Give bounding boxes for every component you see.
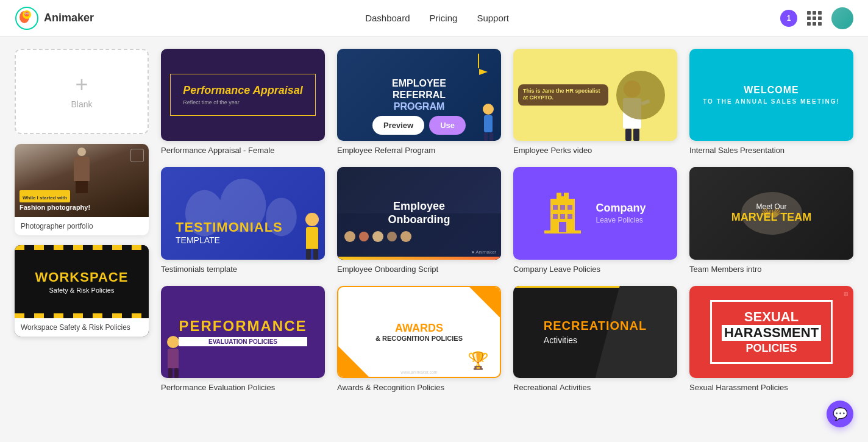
referral-text: EMPLOYEEREFERRALPROGRAM — [392, 77, 446, 113]
awards-text: AWARDS & RECOGNITION POLICIES — [375, 322, 463, 342]
blank-template-card[interactable]: + Blank — [15, 49, 149, 134]
grid-dot — [807, 11, 811, 15]
pe-text: PERFORMANCE EVALUATION POLICIES — [179, 318, 307, 346]
template-name: Company Leave Policies — [513, 265, 677, 274]
photographer-label: Photographer portfolio — [15, 217, 149, 235]
testimonials-text: TESTIMONIALS TEMPLATE — [168, 212, 290, 252]
template-thumb-company-leave: Company Leave Policies Preview Use — [513, 167, 677, 259]
preview-button[interactable]: Preview — [547, 204, 599, 223]
nav-pricing[interactable]: Pricing — [430, 13, 458, 23]
preview-button-referral[interactable]: Preview — [372, 116, 424, 135]
user-avatar[interactable] — [831, 7, 853, 29]
template-name: Sexual Harassment Policies — [689, 383, 853, 392]
referral-action-btns: Preview Use — [343, 116, 495, 135]
template-thumb-perf-eval: PERFORMANCE EVALUATION POLICIES Preview … — [161, 286, 325, 378]
template-thumb-team-members: 👐 Meet Our MARVEL TEAM Preview Use — [689, 167, 853, 259]
workspace-thumb: WORKSPACE Safety & Risk Policies — [15, 245, 149, 318]
template-item-awards[interactable]: AWARDS & RECOGNITION POLICIES 🏆 www.anim… — [337, 286, 501, 392]
referral-content: EMPLOYEEREFERRALPROGRAM — [392, 77, 446, 113]
flag-icon — [478, 54, 486, 74]
main-content: + Blank While I started with — [0, 37, 868, 442]
workspace-label: Workspace Safety & Risk Policies — [15, 318, 149, 337]
figure-silhouette — [68, 148, 95, 196]
nav-support[interactable]: Support — [477, 13, 509, 23]
template-thumb-employee-perks: This is Jane the HR specialist at CRYPTO… — [513, 49, 677, 141]
preview-button[interactable]: Preview — [547, 85, 599, 104]
template-item-recreational[interactable]: RECREATIONAL Activities Preview Use Recr… — [513, 286, 677, 392]
grid-dot — [813, 11, 816, 15]
template-item-internal-sales[interactable]: WELCOME TO THE ANNUAL SALES MEETING! Pre… — [689, 49, 853, 155]
fashion-title: Fashion photography! — [20, 201, 90, 212]
workspace-subtitle: Safety & Risk Policies — [35, 287, 129, 294]
awards-title: AWARDS — [375, 322, 463, 335]
testimonials-title: TESTIMONIALS — [176, 219, 283, 235]
logo-text: Animaker — [44, 12, 94, 24]
grid-dot — [818, 22, 822, 26]
grid-dot — [813, 22, 816, 26]
template-name: Recreational Activities — [513, 383, 677, 392]
template-item-employee-referral[interactable]: EMPLOYEEREFERRALPROGRAM — [337, 49, 501, 155]
template-name: Internal Sales Presentation — [689, 146, 853, 155]
sidebar-item-workspace[interactable]: WORKSPACE Safety & Risk Policies Workspa… — [15, 245, 149, 337]
sexual-text: SEXUAL HARASSMENT POLICIES — [722, 309, 821, 355]
use-button[interactable]: Use — [783, 85, 819, 104]
grid-dot — [807, 22, 811, 26]
template-name: Awards & Recognition Policies — [337, 383, 501, 392]
rec-text: RECREATIONAL Activities — [536, 312, 654, 352]
use-button[interactable]: Use — [254, 85, 291, 104]
onboard-title: EmployeeOnboarding — [388, 200, 450, 226]
template-name: Employee Perks video — [513, 146, 677, 155]
sidebar: + Blank While I started with — [15, 49, 149, 430]
team-intro: Meet Our — [731, 202, 811, 211]
main-nav: Dashboard Pricing Support — [365, 13, 509, 23]
grid-dot — [818, 11, 822, 15]
preview-button[interactable]: Preview — [724, 85, 775, 104]
workspace-stripe-top — [15, 245, 149, 250]
header: Animaker Dashboard Pricing Support 1 — [0, 0, 868, 37]
template-grid: Performance Appraisal Reflect time of th… — [161, 49, 853, 392]
grid-dot — [818, 16, 822, 20]
sidebar-item-photographer[interactable]: While I started with Fashion photography… — [15, 144, 149, 235]
chat-icon: 💬 — [833, 407, 848, 421]
rec-subtitle: Activities — [544, 335, 647, 345]
team-text-block: Meet Our MARVEL TEAM — [731, 202, 811, 224]
template-item-company-leave[interactable]: Company Leave Policies Preview Use Compa… — [513, 167, 677, 273]
template-thumb-employee-referral: EMPLOYEEREFERRALPROGRAM — [337, 49, 501, 141]
notification-badge[interactable]: 1 — [780, 10, 797, 27]
use-button[interactable]: Use — [607, 85, 643, 104]
template-thumb-internal-sales: WELCOME TO THE ANNUAL SALES MEETING! Pre… — [689, 49, 853, 141]
preview-button[interactable]: Preview — [195, 85, 247, 104]
corner-icon — [130, 149, 144, 162]
team-name: MARVEL TEAM — [731, 211, 811, 224]
template-item-employee-perks[interactable]: This is Jane the HR specialist at CRYPTO… — [513, 49, 677, 155]
template-thumb-perf-appraisal: Performance Appraisal Reflect time of th… — [161, 49, 325, 141]
template-item-employee-onboarding[interactable]: EmployeeOnboarding ● Animaker Preview Us… — [337, 167, 501, 273]
fashion-tag: While I started with — [20, 190, 70, 202]
template-item-sexual-harassment[interactable]: SEXUAL HARASSMENT POLICIES ⊞ Preview Use… — [689, 286, 853, 392]
use-button-referral[interactable]: Use — [429, 116, 466, 135]
template-name: Testimonials template — [161, 265, 325, 274]
header-actions: 1 — [780, 7, 853, 29]
template-thumb-awards: AWARDS & RECOGNITION POLICIES 🏆 www.anim… — [337, 286, 501, 378]
nav-dashboard[interactable]: Dashboard — [365, 13, 410, 23]
template-thumb-employee-onboarding: EmployeeOnboarding ● Animaker Preview Us… — [337, 167, 501, 259]
sexual-policies: POLICIES — [722, 342, 821, 355]
grid-dots — [807, 11, 822, 26]
use-button[interactable]: Use — [607, 204, 643, 223]
pe-subtitle: EVALUATION POLICIES — [179, 337, 307, 346]
url-watermark: www.animaker.com — [400, 370, 437, 374]
logo[interactable]: Animaker — [15, 6, 94, 30]
template-thumb-testimonials: TESTIMONIALS TEMPLATE Preview Use — [161, 167, 325, 259]
chat-fab-button[interactable]: 💬 — [827, 401, 853, 427]
awards-subtitle: & RECOGNITION POLICIES — [375, 335, 463, 342]
template-name: Team Members intro — [689, 265, 853, 274]
photographer-thumb: While I started with Fashion photography… — [15, 144, 149, 217]
template-item-testimonials[interactable]: TESTIMONIALS TEMPLATE Preview Use Testim… — [161, 167, 325, 273]
template-item-perf-appraisal[interactable]: Performance Appraisal Reflect time of th… — [161, 49, 325, 155]
sexual-border: SEXUAL HARASSMENT POLICIES — [710, 300, 833, 364]
template-name: Performance Evaluation Policies — [161, 383, 325, 392]
grid-dot — [813, 16, 816, 20]
template-item-team-members[interactable]: 👐 Meet Our MARVEL TEAM Preview Use Team … — [689, 167, 853, 273]
template-item-perf-eval[interactable]: PERFORMANCE EVALUATION POLICIES Preview … — [161, 286, 325, 392]
apps-grid-icon[interactable] — [807, 11, 822, 26]
